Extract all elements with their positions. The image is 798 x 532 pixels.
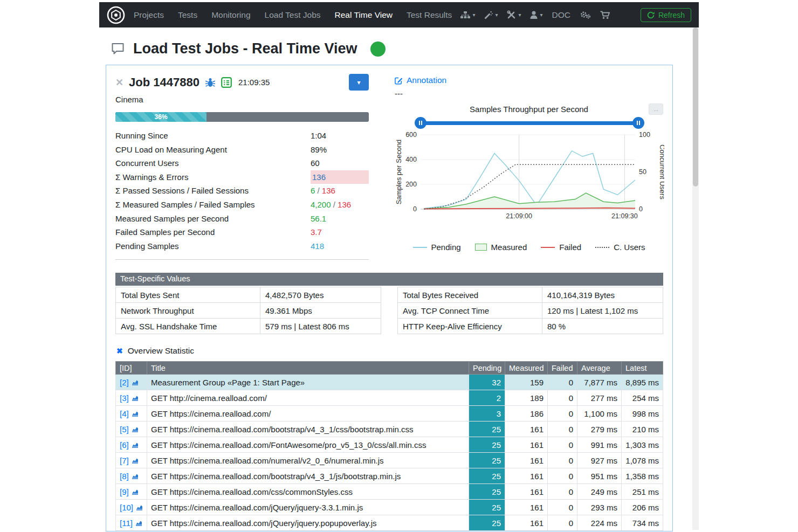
overview-row[interactable]: [4]GET https://cinema.realload.com/31860… [116, 406, 663, 422]
vertical-scrollbar[interactable] [692, 27, 699, 530]
row-id-link[interactable]: [6] [120, 440, 129, 450]
row-chart-icon[interactable] [132, 472, 139, 481]
row-average: 224 ms [577, 515, 622, 531]
slider-handle-left[interactable] [415, 117, 426, 129]
stat-label: Σ Measured Samples / Failed Samples [115, 198, 311, 212]
legend-item-c-users[interactable]: C. Users [595, 243, 645, 252]
row-average: 951 ms [577, 468, 622, 484]
overview-row[interactable]: [10]GET https://cinema.realload.com/jQue… [116, 500, 663, 515]
row-chart-icon[interactable] [136, 503, 143, 512]
row-id-link[interactable]: [4] [120, 409, 129, 418]
column-header-failed: Failed [548, 362, 577, 375]
overview-row[interactable]: [6]GET https://cinema.realload.com/FontA… [116, 437, 663, 453]
chart-options-button[interactable]: ... [649, 103, 663, 115]
overview-row[interactable]: [5]GET https://cinema.realload.com/boots… [116, 422, 663, 437]
close-job-icon[interactable]: ✕ [115, 78, 123, 87]
row-id-link[interactable]: [10] [120, 503, 133, 512]
row-chart-icon[interactable] [135, 519, 142, 528]
row-chart-icon[interactable] [132, 378, 139, 387]
job-details-column: ✕ Job 1447880 [115, 74, 369, 260]
row-title: GET https://cinema.realload.com/bootstra… [147, 422, 469, 437]
row-chart-icon[interactable] [132, 425, 139, 434]
overview-row[interactable]: [2]Measurement Group «Page 1: Start Page… [116, 375, 663, 390]
job-stat-pending-samples: Pending Samples418 [115, 239, 369, 253]
job-actions-dropdown[interactable]: ▾ [349, 74, 369, 91]
overview-row[interactable]: [3]GET http://cinema.realload.com/218902… [116, 390, 663, 406]
row-pending: 25 [469, 468, 505, 484]
row-chart-icon[interactable] [132, 393, 139, 403]
overview-row[interactable]: [9]GET https://cinema.realload.com/css/c… [116, 484, 663, 500]
nav-link-projects[interactable]: Projects [134, 10, 164, 20]
legend-item-measured[interactable]: Measured [475, 243, 527, 252]
overview-row[interactable]: [7]GET https://cinema.realload.com/numer… [116, 453, 663, 468]
job-header: ✕ Job 1447880 [115, 74, 369, 91]
slider-track[interactable] [421, 121, 638, 125]
row-chart-icon[interactable] [132, 440, 139, 450]
throughput-chart-block: Samples Throughput per Second ... 21:09:… [395, 105, 663, 252]
row-title: GET https://cinema.realload.com/FontAwes… [147, 437, 469, 453]
stat-label: Failed Samples per Second [115, 225, 311, 239]
slider-handle-right[interactable] [632, 117, 644, 129]
job-statistics: Running Since1:04CPU Load on Measuring A… [115, 129, 369, 260]
debug-icon[interactable] [205, 77, 216, 88]
row-id-link[interactable]: [5] [120, 425, 129, 434]
column-header-measured: Measured [505, 362, 548, 375]
test-value-value: 579 ms | Latest 806 ms [260, 319, 381, 334]
row-chart-icon[interactable] [132, 456, 139, 465]
row-average: 277 ms [577, 390, 622, 406]
column-header-title: Title [147, 362, 469, 375]
scrollbar-thumb[interactable] [693, 27, 698, 186]
row-failed: 0 [548, 500, 577, 515]
test-specific-values: Total Bytes Sent4,482,570 BytesNetwork T… [115, 287, 663, 334]
nav-doc-link[interactable]: DOC [552, 10, 570, 20]
settings-menu[interactable] [580, 10, 591, 19]
row-id-cell: [2] [116, 375, 147, 390]
legend-label: Pending [431, 243, 461, 252]
test-value-label: Avg. SSL Handshake Time [116, 319, 260, 334]
legend-item-failed[interactable]: Failed [541, 243, 581, 252]
row-chart-icon[interactable] [132, 487, 139, 496]
wizard-menu[interactable]: ▾ [484, 11, 498, 19]
chevron-down-icon: ▾ [540, 12, 542, 18]
collapse-overview-icon[interactable]: ✖ [116, 347, 123, 355]
app-logo[interactable] [107, 6, 125, 24]
row-average: 293 ms [577, 500, 622, 515]
row-pending: 25 [469, 515, 505, 531]
legend-swatch [541, 247, 555, 248]
row-id-link[interactable]: [3] [120, 393, 129, 403]
overview-row[interactable]: [11]GET https://cinema.realload.com/jQue… [116, 515, 663, 531]
row-id-cell: [6] [116, 437, 147, 453]
row-id-cell: [11] [116, 515, 147, 531]
row-id-link[interactable]: [9] [120, 487, 129, 496]
cart-menu[interactable] [600, 11, 610, 19]
session-list-icon[interactable] [221, 77, 232, 88]
refresh-button[interactable]: Refresh [641, 8, 691, 22]
legend-swatch [475, 244, 487, 251]
stat-value: 418 [311, 239, 369, 253]
row-average: 927 ms [577, 453, 622, 468]
row-id-link[interactable]: [8] [120, 472, 129, 481]
nav-link-load-test-jobs[interactable]: Load Test Jobs [265, 10, 321, 20]
chevron-down-icon: ▾ [518, 12, 521, 18]
row-failed: 0 [548, 468, 577, 484]
job-title: Job 1447880 [129, 75, 200, 89]
user-menu[interactable]: ▾ [530, 11, 542, 19]
row-chart-icon[interactable] [132, 409, 139, 418]
row-latest: 998 ms [622, 406, 663, 422]
stat-value: 3.7 [311, 225, 369, 239]
test-value-row: Avg. TCP Connect Time120 ms | Latest 1,1… [398, 303, 663, 319]
sitemap-menu[interactable]: ▾ [460, 11, 475, 19]
comment-icon [111, 43, 125, 55]
nav-link-tests[interactable]: Tests [178, 10, 197, 20]
column-header-average: Average [577, 362, 622, 375]
annotation-link[interactable]: Annotation [395, 75, 663, 85]
nav-link-test-results[interactable]: Test Results [407, 10, 452, 20]
nav-link-real-time-view[interactable]: Real Time View [335, 10, 393, 20]
nav-link-monitoring[interactable]: Monitoring [211, 10, 250, 20]
legend-item-pending[interactable]: Pending [413, 243, 461, 252]
overview-row[interactable]: [8]GET https://cinema.realload.com/boots… [116, 468, 663, 484]
row-id-link[interactable]: [11] [120, 519, 133, 528]
tools-menu[interactable]: ▾ [507, 10, 521, 19]
row-id-link[interactable]: [7] [120, 456, 129, 465]
row-id-link[interactable]: [2] [120, 378, 129, 387]
